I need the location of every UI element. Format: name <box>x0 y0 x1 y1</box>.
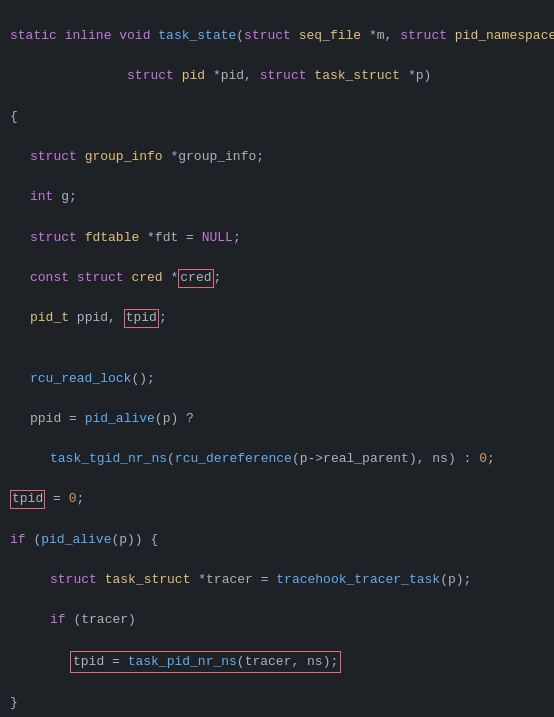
code-viewer: static inline void task_state(struct seq… <box>0 0 554 717</box>
